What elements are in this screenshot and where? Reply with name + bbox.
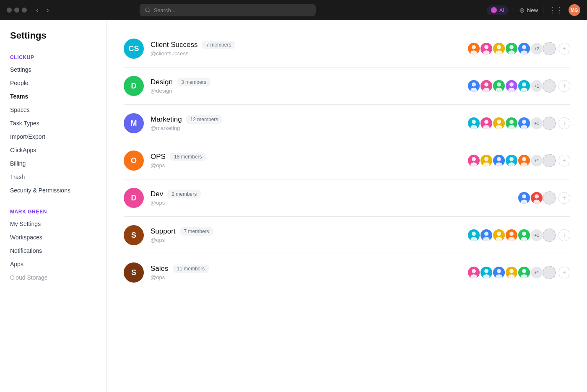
search-bar[interactable] <box>140 4 316 16</box>
ai-label: AI <box>499 7 504 13</box>
svg-point-20 <box>484 83 488 87</box>
svg-point-5 <box>484 45 488 49</box>
add-member-button[interactable]: + <box>558 43 570 55</box>
svg-point-17 <box>472 83 476 87</box>
team-info: Design 3 members @design <box>151 78 460 94</box>
team-initial: O <box>131 156 137 165</box>
team-name-row: Dev 2 members <box>151 190 511 198</box>
member-avatar <box>492 79 506 93</box>
team-name: Dev <box>151 190 163 198</box>
sidebar-item-clickapps[interactable]: ClickApps <box>7 143 100 157</box>
team-avatar: M <box>124 113 144 133</box>
team-row-sales[interactable]: S Sales 11 members @ops +1 + <box>124 254 570 291</box>
new-button[interactable]: ⊕ New <box>519 6 538 14</box>
team-name-row: Client Success 7 members <box>151 41 460 49</box>
new-label: New <box>527 7 538 13</box>
team-member-badge: 11 members <box>173 265 209 273</box>
main-layout: Settings CLICKUP Settings People Teams S… <box>0 20 587 392</box>
team-row-design[interactable]: D Design 3 members @design +1 + <box>124 67 570 105</box>
add-member-button[interactable]: + <box>558 267 570 278</box>
sidebar-item-trash[interactable]: Trash <box>7 170 100 184</box>
svg-point-11 <box>509 45 514 49</box>
member-avatar-ghost <box>543 228 556 242</box>
member-avatar <box>492 266 506 279</box>
user-avatar[interactable]: MG <box>569 4 580 16</box>
member-avatar <box>467 79 481 93</box>
ai-badge[interactable]: AI <box>487 5 509 15</box>
svg-point-65 <box>535 195 539 199</box>
close-dot <box>7 8 12 13</box>
team-handle: @ops <box>151 200 511 206</box>
team-info: Sales 11 members @ops <box>151 265 460 280</box>
team-name-row: Support 7 members <box>151 227 460 236</box>
sidebar-item-task-types[interactable]: Task Types <box>7 117 100 130</box>
svg-point-80 <box>522 232 526 236</box>
team-avatar: D <box>124 76 144 96</box>
svg-point-50 <box>484 157 488 161</box>
sidebar-item-apps[interactable]: Apps <box>7 257 100 271</box>
member-avatar <box>480 266 493 279</box>
member-avatar-ghost <box>543 154 556 167</box>
forward-button[interactable]: › <box>44 5 51 15</box>
sidebar-item-people[interactable]: People <box>7 76 100 90</box>
team-name: Marketing <box>151 115 182 124</box>
plus-icon: ⊕ <box>519 6 525 14</box>
add-member-button[interactable]: + <box>558 192 570 204</box>
sidebar: Settings CLICKUP Settings People Teams S… <box>0 20 107 392</box>
member-avatar <box>505 266 518 279</box>
team-name-row: Sales 11 members <box>151 265 460 273</box>
search-input[interactable] <box>154 7 311 13</box>
team-row-dev[interactable]: D Dev 2 members @ops + <box>124 179 570 217</box>
sidebar-item-billing[interactable]: Billing <box>7 157 100 170</box>
minimize-dot <box>14 8 19 13</box>
sidebar-item-import-export[interactable]: Import/Export <box>7 130 100 143</box>
member-avatar <box>467 117 481 130</box>
sidebar-item-security[interactable]: Security & Permissions <box>7 184 100 197</box>
add-member-button[interactable]: + <box>558 80 570 92</box>
member-avatar <box>480 228 493 242</box>
back-button[interactable]: ‹ <box>34 5 41 15</box>
member-avatar-ghost <box>543 117 556 130</box>
team-name: Support <box>151 227 176 236</box>
team-handle: @ops <box>151 237 460 243</box>
sidebar-item-teams[interactable]: Teams <box>7 90 100 103</box>
sidebar-item-notifications[interactable]: Notifications <box>7 244 100 257</box>
team-member-badge: 3 members <box>177 78 210 86</box>
grid-icon[interactable]: ⋮⋮ <box>548 5 564 15</box>
sidebar-item-my-settings[interactable]: My Settings <box>7 217 100 231</box>
member-avatar <box>492 117 506 130</box>
add-member-button[interactable]: + <box>558 117 570 129</box>
member-avatar <box>517 266 531 279</box>
svg-point-38 <box>497 120 501 124</box>
team-members-list: +1 + <box>467 266 570 279</box>
svg-point-71 <box>484 232 488 236</box>
add-member-button[interactable]: + <box>558 155 570 166</box>
team-members-list: +1 + <box>467 79 570 93</box>
team-row-ops[interactable]: O OPS 18 members @ops +1 + <box>124 142 570 179</box>
svg-point-23 <box>497 83 501 87</box>
member-avatar <box>467 266 481 279</box>
team-info: Client Success 7 members @clientsuccess <box>151 41 460 57</box>
sidebar-item-settings[interactable]: Settings <box>7 63 100 76</box>
team-handle: @design <box>151 88 460 94</box>
team-row-client-success[interactable]: CS Client Success 7 members @clientsucce… <box>124 30 570 67</box>
svg-point-14 <box>522 45 526 49</box>
member-avatar-extra: +1 <box>530 117 543 130</box>
svg-point-53 <box>497 157 501 161</box>
svg-point-74 <box>497 232 501 236</box>
team-members-list: +2 + <box>467 42 570 55</box>
team-member-badge: 7 members <box>202 41 235 49</box>
team-info: Dev 2 members @ops <box>151 190 511 206</box>
team-members-list: +1 + <box>467 154 570 167</box>
clickup-section-label: CLICKUP <box>7 51 100 63</box>
team-member-badge: 18 members <box>170 153 206 161</box>
sidebar-item-spaces[interactable]: Spaces <box>7 103 100 117</box>
team-name: Sales <box>151 265 169 273</box>
divider2 <box>543 6 543 14</box>
svg-point-62 <box>522 195 526 199</box>
nav-buttons: ‹ › <box>34 5 52 15</box>
team-row-support[interactable]: S Support 7 members @ops +1 + <box>124 217 570 254</box>
add-member-button[interactable]: + <box>558 229 570 241</box>
sidebar-item-workspaces[interactable]: Workspaces <box>7 231 100 244</box>
team-row-marketing[interactable]: M Marketing 12 members @marketing +1 + <box>124 105 570 142</box>
